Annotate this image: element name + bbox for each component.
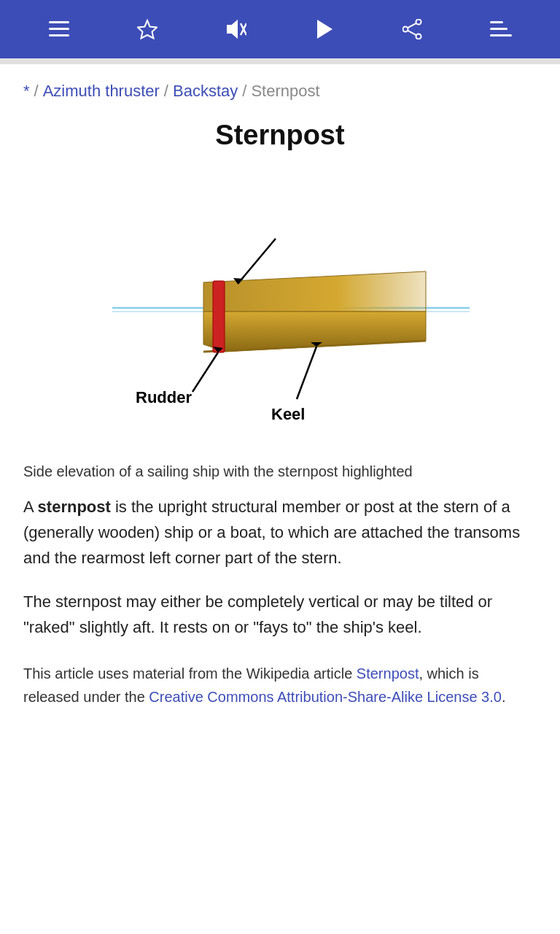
breadcrumb-link-backstay[interactable]: Backstay — [173, 82, 238, 101]
list-icon[interactable] — [485, 13, 517, 45]
ship-diagram: Rudder Keel — [90, 166, 470, 443]
svg-marker-18 — [203, 271, 426, 312]
menu-icon[interactable] — [43, 13, 75, 45]
topbar — [0, 0, 560, 58]
star-icon[interactable] — [131, 13, 163, 45]
footer-suffix: . — [502, 689, 506, 705]
diagram-caption: Side elevation of a sailing ship with th… — [23, 460, 537, 482]
svg-marker-3 — [138, 20, 157, 39]
svg-line-22 — [192, 352, 218, 392]
svg-rect-13 — [490, 21, 503, 23]
svg-line-11 — [408, 23, 416, 28]
svg-text:Rudder: Rudder — [136, 388, 192, 406]
breadcrumb-sep-1: / — [34, 82, 39, 101]
paragraph-1: A sternpost is the upright structural me… — [23, 494, 537, 571]
share-icon[interactable] — [397, 13, 429, 45]
svg-rect-15 — [490, 34, 512, 36]
svg-marker-7 — [317, 20, 332, 39]
svg-line-26 — [238, 239, 276, 284]
svg-rect-21 — [213, 281, 225, 352]
svg-line-12 — [408, 31, 416, 35]
volume-off-icon[interactable] — [219, 13, 252, 45]
svg-point-9 — [416, 34, 421, 39]
breadcrumb-star[interactable]: * — [23, 82, 30, 101]
footer-text: This article uses material from the Wiki… — [23, 662, 537, 709]
diagram-container: Rudder Keel — [23, 166, 537, 443]
footer-link-cc[interactable]: Creative Commons Attribution-Share-Alike… — [149, 689, 502, 705]
breadcrumb: * / Azimuth thruster / Backstay / Sternp… — [0, 64, 560, 112]
svg-point-8 — [416, 20, 421, 25]
svg-rect-1 — [49, 28, 69, 30]
paragraph-1-prefix: A — [23, 498, 38, 516]
svg-point-10 — [402, 27, 408, 32]
breadcrumb-sep-2: / — [164, 82, 168, 101]
svg-rect-14 — [490, 28, 508, 30]
main-content: Sternpost — [0, 112, 560, 738]
paragraph-1-bold: sternpost — [38, 498, 111, 516]
paragraph-2: The sternpost may either be completely v… — [23, 589, 537, 640]
breadcrumb-sep-3: / — [242, 82, 246, 101]
svg-line-24 — [297, 347, 316, 399]
svg-rect-2 — [49, 34, 69, 36]
svg-rect-0 — [49, 21, 69, 23]
footer-link-sternpost[interactable]: Sternpost — [357, 665, 419, 682]
svg-text:Keel: Keel — [271, 405, 305, 423]
page-title: Sternpost — [23, 120, 537, 151]
separator — [0, 58, 560, 64]
play-icon[interactable] — [308, 13, 341, 45]
breadcrumb-link-azimuth[interactable]: Azimuth thruster — [43, 82, 160, 101]
footer-prefix: This article uses material from the Wiki… — [23, 665, 357, 682]
breadcrumb-current: Sternpost — [251, 82, 319, 101]
svg-marker-4 — [228, 21, 237, 37]
